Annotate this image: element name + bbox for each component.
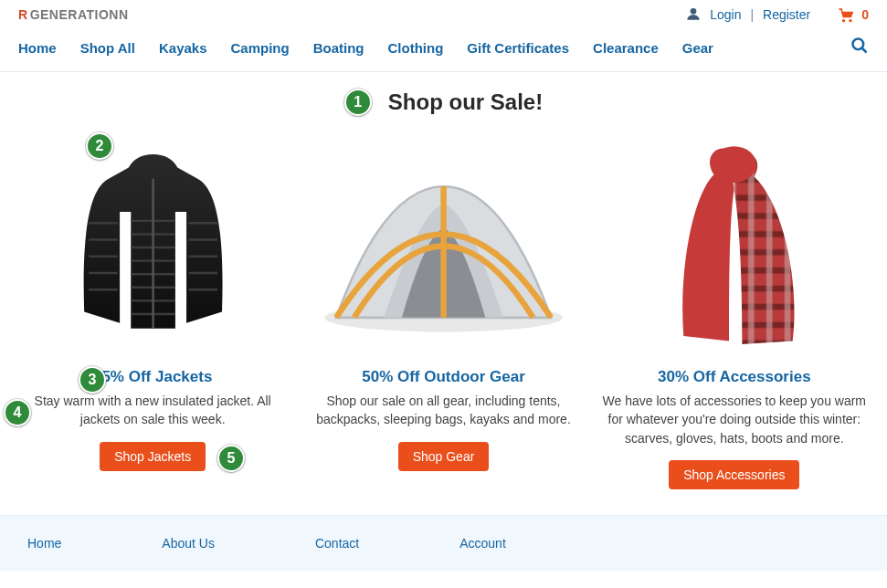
annotation-badge-4: 4 — [4, 399, 31, 426]
svg-point-0 — [691, 8, 697, 15]
annotation-badge-2: 2 — [86, 132, 113, 160]
card-desc: Stay warm with a new insulated jacket. A… — [15, 392, 290, 429]
card-title: 50% Off Outdoor Gear — [305, 368, 581, 386]
shop-gear-button[interactable]: Shop Gear — [398, 442, 490, 471]
footer-account[interactable]: Account — [459, 536, 506, 551]
shop-jackets-button[interactable]: Shop Jackets — [100, 442, 206, 471]
nav-kayaks[interactable]: Kayaks — [159, 40, 207, 56]
nav-shop-all[interactable]: Shop All — [80, 40, 135, 56]
logo[interactable]: R GENERATIONN — [18, 7, 129, 22]
nav-gift-certificates[interactable]: Gift Certificates — [467, 40, 569, 56]
annotation-badge-5: 5 — [217, 445, 245, 472]
card-title: 25% Off Jackets — [15, 368, 290, 386]
main-nav: Home Shop All Kayaks Camping Boating Clo… — [0, 27, 887, 72]
tent-image — [305, 129, 581, 362]
search-icon[interactable] — [850, 37, 869, 58]
promo-card-jackets: 2 3 4 5 — [15, 129, 290, 489]
page-title: Shop our Sale! — [388, 89, 543, 115]
user-icon — [686, 6, 701, 24]
topbar-right: Login | Register 0 — [686, 5, 869, 24]
nav-clothing[interactable]: Clothing — [388, 40, 444, 56]
card-title: 30% Off Accessories — [597, 368, 872, 386]
nav-home[interactable]: Home — [18, 40, 57, 56]
cart-icon — [836, 5, 856, 24]
topbar: R GENERATIONN Login | Register 0 — [0, 0, 887, 27]
logo-mark: R — [18, 7, 28, 22]
promo-cards: 2 3 4 5 — [0, 129, 887, 506]
promo-card-accessories: 30% Off Accessories We have lots of acce… — [597, 129, 872, 489]
promo-card-gear: 50% Off Outdoor Gear Shop our sale on al… — [305, 129, 581, 489]
svg-point-28 — [713, 147, 757, 184]
svg-point-2 — [850, 19, 852, 22]
jacket-image — [15, 129, 290, 362]
nav-items: Home Shop All Kayaks Camping Boating Clo… — [18, 40, 713, 56]
nav-camping[interactable]: Camping — [231, 40, 290, 56]
logo-text: GENERATIONN — [30, 7, 129, 22]
card-desc: Shop our sale on all gear, including ten… — [305, 392, 581, 429]
shop-accessories-button[interactable]: Shop Accessories — [669, 460, 799, 489]
divider: | — [750, 7, 754, 22]
svg-point-1 — [842, 19, 845, 22]
footer-contact[interactable]: Contact — [315, 536, 359, 551]
footer-home[interactable]: Home — [27, 536, 61, 551]
svg-point-3 — [853, 39, 864, 50]
annotation-badge-1: 1 — [344, 89, 372, 116]
scarf-image — [597, 129, 872, 362]
register-link[interactable]: Register — [763, 7, 810, 22]
nav-clearance[interactable]: Clearance — [593, 40, 659, 56]
login-link[interactable]: Login — [710, 7, 741, 22]
nav-boating[interactable]: Boating — [313, 40, 364, 56]
svg-line-4 — [862, 48, 867, 53]
annotation-badge-3: 3 — [79, 366, 106, 394]
hero-title-row: 1 Shop our Sale! — [0, 89, 887, 116]
footer: Home About Us Contact Account — [0, 515, 887, 571]
cart-button[interactable]: 0 — [836, 5, 869, 24]
cart-count: 0 — [861, 7, 869, 22]
card-desc: We have lots of accessories to keep you … — [597, 392, 872, 447]
nav-gear[interactable]: Gear — [682, 40, 713, 56]
footer-about[interactable]: About Us — [162, 536, 215, 551]
